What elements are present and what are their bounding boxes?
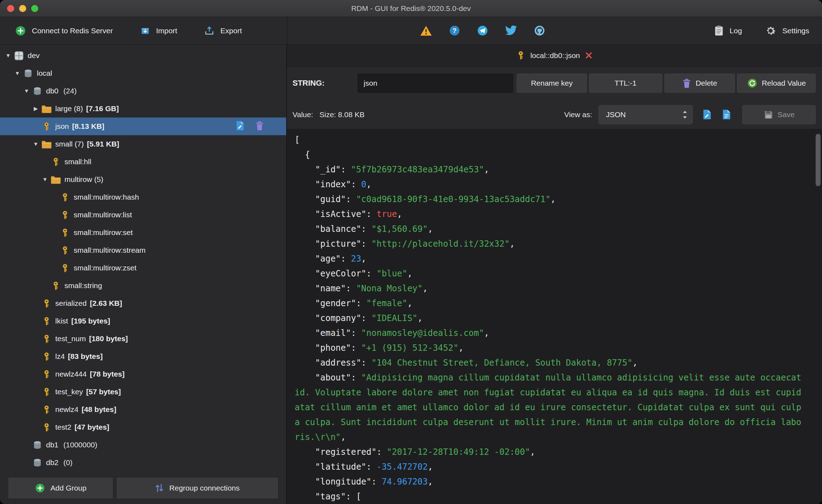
json-line: { [295, 147, 806, 162]
tree-item-label: small:multirow:hash [74, 193, 139, 201]
main-panel: local::db0::json STRING: Rename key TTL:… [287, 45, 822, 504]
zoom-window-button[interactable] [31, 5, 38, 12]
view-as-text-icon[interactable] [721, 109, 732, 120]
connect-to-redis-button[interactable]: Connect to Redis Server [15, 25, 113, 36]
key-icon [40, 370, 52, 379]
key-icon [59, 228, 71, 237]
reload-label: Reload Value [762, 79, 806, 87]
save-button[interactable]: Save [742, 105, 816, 124]
tree-item-label: newlz4 [55, 405, 78, 414]
reload-icon [747, 78, 758, 88]
ttl-button[interactable]: TTL:-1 [589, 74, 662, 93]
tree-item-db0[interactable]: ▼db0(24) [0, 82, 286, 100]
tree-item-dev[interactable]: ▼dev [0, 47, 286, 64]
add-group-button[interactable]: Add Group [8, 478, 113, 498]
tree-item-large[interactable]: ▶large (8)[7.16 GB] [0, 100, 286, 118]
settings-button[interactable]: Settings [765, 25, 809, 37]
collapse-icon[interactable]: ▼ [4, 47, 13, 64]
minimize-window-button[interactable] [19, 5, 26, 12]
tree-item-multirow[interactable]: ▼multirow (5) [0, 171, 286, 188]
tree-item-small-multirow-zset[interactable]: small:multirow:zset [0, 259, 286, 277]
tree-item-small-hll[interactable]: small:hll [0, 153, 286, 171]
vertical-scrollbar[interactable] [815, 131, 821, 502]
key-name-input[interactable] [358, 74, 513, 93]
tree-item-test_num[interactable]: test_num[180 bytes] [0, 330, 286, 348]
delete-key-icon[interactable] [255, 121, 264, 132]
view-as-select[interactable]: JSON [599, 105, 693, 124]
key-icon [59, 263, 71, 273]
app-window: RDM - GUI for Redis® 2020.5.0-dev Connec… [0, 0, 822, 504]
tree-item-local[interactable]: ▼local [0, 64, 286, 82]
key-icon [50, 157, 62, 167]
json-line: "address": "104 Chestnut Street, Defianc… [295, 355, 806, 370]
collapse-icon[interactable]: ▼ [31, 135, 40, 153]
tree-item-db1[interactable]: db1(1000000) [0, 436, 286, 454]
rename-key-button[interactable]: Rename key [517, 74, 587, 93]
key-icon [516, 51, 526, 60]
json-line: "eyeColor": "blue", [295, 266, 806, 281]
tree-item-label: multirow (5) [64, 175, 103, 184]
github-icon[interactable] [534, 25, 545, 36]
key-icon [40, 352, 52, 361]
tree-item-small[interactable]: ▼small (7)[5.91 KB] [0, 135, 286, 153]
tree-item-label: test2 [55, 423, 72, 431]
json-line: "isActive": true, [295, 207, 806, 222]
tree-item-label: small:string [64, 281, 102, 290]
tree-item-small-multirow-set[interactable]: small:multirow:set [0, 224, 286, 241]
log-button[interactable]: Log [714, 25, 742, 36]
tree-item-lkist[interactable]: lkist[195 bytes] [0, 312, 286, 330]
delete-key-button[interactable]: Delete [664, 74, 735, 93]
tree-item-label: json [55, 122, 69, 131]
tab-local-db0-json[interactable]: local::db0::json [508, 45, 600, 66]
tree-item-small-multirow-hash[interactable]: small:multirow:hash [0, 188, 286, 206]
tab-close-icon[interactable] [585, 51, 593, 59]
tree-item-label: newlz444 [55, 370, 87, 378]
json-line: "about": "Adipisicing magna cillum cupid… [295, 370, 806, 445]
collapse-icon[interactable]: ▼ [40, 171, 50, 188]
edit-key-value-icon[interactable] [235, 120, 245, 133]
tree-item-db2[interactable]: db2(0) [0, 454, 286, 471]
tree-item-small-string[interactable]: small:string [0, 277, 286, 294]
tree-item-json[interactable]: json[8.13 KB] [0, 118, 286, 135]
json-viewer[interactable]: [ { "_id": "5f7b26973c483ea3479d4e53", "… [287, 129, 822, 504]
help-icon[interactable]: ? [449, 25, 460, 36]
key-icon [50, 281, 62, 291]
tree-item-label: db0 [46, 87, 58, 95]
json-line: "balance": "$1,560.69", [295, 222, 806, 236]
tree-item-size: [78 bytes] [90, 370, 125, 378]
titlebar: RDM - GUI for Redis® 2020.5.0-dev [0, 0, 822, 17]
key-icon [59, 193, 71, 202]
tree-item-test_key[interactable]: test_key[57 bytes] [0, 383, 286, 401]
server-icon [13, 51, 25, 61]
tree-item-lz4[interactable]: lz4[83 bytes] [0, 348, 286, 365]
open-in-editor-icon[interactable] [702, 109, 712, 120]
rename-key-label: Rename key [531, 79, 573, 87]
svg-text:?: ? [453, 27, 457, 34]
scrollbar-thumb[interactable] [816, 134, 821, 186]
collapse-icon[interactable]: ▼ [22, 82, 31, 100]
json-line: "age": 23, [295, 251, 806, 266]
close-window-button[interactable] [7, 5, 14, 12]
warning-icon[interactable] [420, 25, 432, 36]
telegram-icon[interactable] [477, 25, 488, 36]
tree-item-size: [195 bytes] [71, 317, 110, 325]
tree-item-small-multirow-stream[interactable]: small:multirow:stream [0, 241, 286, 259]
chevron-updown-icon [681, 109, 689, 120]
tree-item-newlz4[interactable]: newlz4[48 bytes] [0, 401, 286, 418]
tree-item-count: (1000000) [63, 441, 97, 449]
twitter-icon[interactable] [505, 25, 517, 36]
export-button[interactable]: Export [204, 25, 242, 36]
tree-item-size: [5.91 KB] [87, 140, 119, 148]
tree-item-small-multirow-list[interactable]: small:multirow:list [0, 206, 286, 224]
add-connection-icon [15, 25, 26, 36]
tree-item-newlz444[interactable]: newlz444[78 bytes] [0, 365, 286, 383]
reload-value-button[interactable]: Reload Value [737, 74, 816, 93]
collapse-icon[interactable]: ▼ [13, 64, 22, 82]
regroup-connections-button[interactable]: Regroup connections [117, 478, 278, 498]
tree-item-test2[interactable]: test2[47 bytes] [0, 418, 286, 436]
json-line: [ [295, 132, 806, 147]
import-button[interactable]: Import [140, 25, 177, 36]
tree-item-serialized[interactable]: serialized[2.63 KB] [0, 294, 286, 312]
folder-icon [40, 139, 52, 149]
expand-icon[interactable]: ▶ [31, 100, 40, 118]
